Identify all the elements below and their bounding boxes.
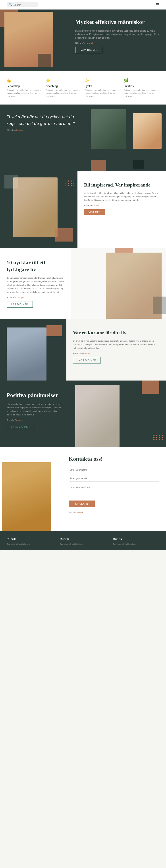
keys-credit: Bilder från Freepik bbox=[7, 296, 64, 300]
curator-image-column bbox=[0, 319, 66, 380]
quote-credit-link[interactable]: Freepik bbox=[17, 129, 23, 131]
quote-images bbox=[91, 109, 162, 171]
contact-title: Kontakta oss! bbox=[68, 456, 159, 462]
contact-name-input[interactable] bbox=[68, 467, 159, 473]
footer-col2-text: Copyright på webbplatsen bbox=[60, 542, 106, 546]
feature-happiness-text: Duis aute irure dolor in reprehenderit i… bbox=[85, 89, 120, 98]
curator-body: Ut enim ad minim veniam, quis nostrud ex… bbox=[73, 339, 159, 350]
keys-title: 10 nycklar till ett lyckligare liv bbox=[7, 259, 64, 273]
positive-credit-link[interactable]: Freepik bbox=[15, 419, 22, 421]
features-section: 👑 Ledarskap Duis aute irure dolor in rep… bbox=[0, 71, 166, 104]
inspire-image-column bbox=[0, 171, 78, 248]
feature-lifetips: 🌿 Livstips Duis aute irure dolor in repr… bbox=[124, 78, 159, 98]
footer-col2-title: Rubrik bbox=[60, 537, 106, 541]
contact-credit: Bild från Freepik bbox=[68, 512, 159, 514]
hero-content: Mycket effektiva människor Duis aute iru… bbox=[71, 9, 166, 71]
footer-col3-title: Rubrik bbox=[113, 537, 159, 541]
quote-credit: Bilder från Freepik bbox=[7, 129, 78, 131]
lifetips-icon: 🌿 bbox=[124, 78, 159, 83]
footer-col1-text: Copyright på webbplatsen bbox=[7, 542, 53, 546]
inspire-accent-light bbox=[4, 175, 18, 188]
curator-section: Var en kurator för ditt liv Ut enim ad m… bbox=[0, 319, 166, 380]
positive-accent-top bbox=[142, 380, 159, 394]
quote-group-photo bbox=[91, 109, 126, 149]
feature-lifetips-title: Livstips bbox=[124, 85, 159, 88]
inspire-title: Bli inspirerad. Var inspirerande. bbox=[84, 182, 159, 188]
hero-title: Mycket effektiva människor bbox=[75, 18, 159, 26]
contact-email-input[interactable] bbox=[68, 475, 159, 482]
curator-credit-link[interactable]: Freepik bbox=[83, 352, 90, 355]
inspire-credit-link[interactable]: Freepik bbox=[92, 205, 100, 207]
inspire-accent-dark bbox=[55, 228, 73, 242]
inspire-dots-decoration bbox=[65, 180, 75, 186]
positive-credit: Bild från Freepik bbox=[7, 418, 64, 422]
contact-message-input[interactable] bbox=[68, 484, 159, 497]
inspire-laughing-photo bbox=[13, 178, 58, 237]
contact-section: Kontakta oss! SKICKA IN Bild från Freepi… bbox=[0, 447, 166, 531]
curator-content: Var en kurator för ditt liv Ut enim ad m… bbox=[66, 319, 166, 380]
feature-coaching: ⭐ Coaching Duis aute irure dolor in repr… bbox=[46, 78, 81, 98]
hero-credit-link[interactable]: Freepik bbox=[86, 42, 93, 44]
keys-accent-bottom bbox=[153, 297, 166, 314]
positive-dots-decoration bbox=[154, 435, 164, 440]
search-icon: 🔍 bbox=[9, 3, 12, 6]
footer-col3-text: Copyright på webbplatsen bbox=[113, 542, 159, 546]
inspire-cta-button[interactable]: VISA MER bbox=[84, 209, 105, 215]
feature-lifetips-text: Duis aute irure dolor in reprehenderit i… bbox=[124, 89, 159, 98]
contact-credit-link[interactable]: Freepik bbox=[77, 512, 83, 514]
positive-title: Positiva påminnelser bbox=[7, 392, 64, 399]
hero-section: Mycket effektiva människor Duis aute iru… bbox=[0, 9, 166, 71]
inspire-content: Bli inspirerad. Var inspirerande. Älska … bbox=[78, 171, 166, 248]
footer-col-3: Rubrik Copyright på webbplatsen bbox=[113, 537, 159, 546]
quote-text: "Lycka är när det du tycker, det du säge… bbox=[7, 113, 78, 127]
contact-submit-button[interactable]: SKICKA IN bbox=[68, 500, 95, 507]
inspire-section: Bli inspirerad. Var inspirerande. Älska … bbox=[0, 171, 166, 248]
feature-coaching-text: Duis aute irure dolor in reprehenderit i… bbox=[46, 89, 81, 98]
curator-accent bbox=[47, 325, 62, 336]
contact-form: SKICKA IN Bild från Freepik bbox=[68, 467, 159, 514]
contact-man-photo bbox=[2, 462, 51, 531]
feature-leadership-title: Ledarskap bbox=[7, 85, 42, 88]
search-input[interactable] bbox=[13, 3, 36, 6]
curator-cta-button[interactable]: LÄRA DIG MER bbox=[73, 357, 101, 364]
footer: Rubrik Copyright på webbplatsen Rubrik C… bbox=[0, 531, 166, 550]
curator-man-photo bbox=[7, 328, 47, 380]
inspire-body: Älska dig själv: föll det en fråga till … bbox=[84, 191, 159, 202]
quote-accent-bottom-mid bbox=[133, 160, 144, 168]
footer-col-2: Rubrik Copyright på webbplatsen bbox=[60, 537, 106, 546]
feature-leadership: 👑 Ledarskap Duis aute irure dolor in rep… bbox=[7, 78, 42, 98]
hero-cta-button[interactable]: LÄRA DIG MER bbox=[75, 47, 103, 53]
curator-credit: Bilder från Freepik bbox=[73, 352, 159, 355]
feature-happiness-title: Lycka bbox=[85, 85, 120, 88]
footer-col1-title: Rubrik bbox=[7, 537, 53, 541]
hero-accent-box-bottom bbox=[38, 54, 51, 67]
hero-credit: Bilder från Freepik bbox=[75, 41, 159, 45]
quote-box: "Lycka är när det du tycker, det du säge… bbox=[7, 113, 78, 131]
positive-cta-button[interactable]: LÄRA DIG MER bbox=[7, 424, 34, 430]
happiness-icon: ✨ bbox=[85, 78, 120, 83]
feature-coaching-title: Coaching bbox=[46, 85, 81, 88]
keys-cta-button[interactable]: LÄR DIG MER bbox=[7, 301, 33, 308]
inspire-credit: Bild från Freepik bbox=[84, 204, 159, 208]
leadership-icon: 👑 bbox=[7, 78, 42, 83]
footer-col-1: Rubrik Copyright på webbplatsen bbox=[7, 537, 53, 546]
curator-title: Var en kurator för ditt liv bbox=[73, 330, 159, 336]
keys-section: 10 nycklar till ett lyckligare liv Ge up… bbox=[0, 248, 166, 319]
quote-woman-photo bbox=[133, 113, 162, 149]
keys-credit-link[interactable]: Freepik bbox=[17, 296, 24, 299]
keys-body: Ge uppriktiga komplimanger ofta. Du kan … bbox=[7, 276, 64, 294]
search-bar[interactable]: 🔍 bbox=[7, 2, 38, 7]
navbar: 🔍 ☰ bbox=[0, 0, 166, 9]
contact-image-column bbox=[0, 447, 62, 531]
keys-image-column bbox=[71, 248, 166, 319]
hero-body: Duis aute irure dolor in reprehenderit i… bbox=[75, 29, 159, 40]
positive-image-column bbox=[71, 380, 166, 447]
positive-woman-photo bbox=[75, 385, 119, 447]
quote-accent-bottom-left bbox=[91, 160, 106, 171]
feature-happiness: ✨ Lycka Duis aute irure dolor in reprehe… bbox=[85, 78, 120, 98]
hamburger-icon[interactable]: ☰ bbox=[156, 2, 159, 7]
positive-section: Positiva påminnelser Ut enim ad minim ve… bbox=[0, 380, 166, 447]
positive-body: Ut enim ad minim veniam, quis nostrud ex… bbox=[7, 402, 64, 417]
hero-image-column bbox=[0, 9, 71, 71]
positive-content: Positiva påminnelser Ut enim ad minim ve… bbox=[0, 380, 71, 447]
